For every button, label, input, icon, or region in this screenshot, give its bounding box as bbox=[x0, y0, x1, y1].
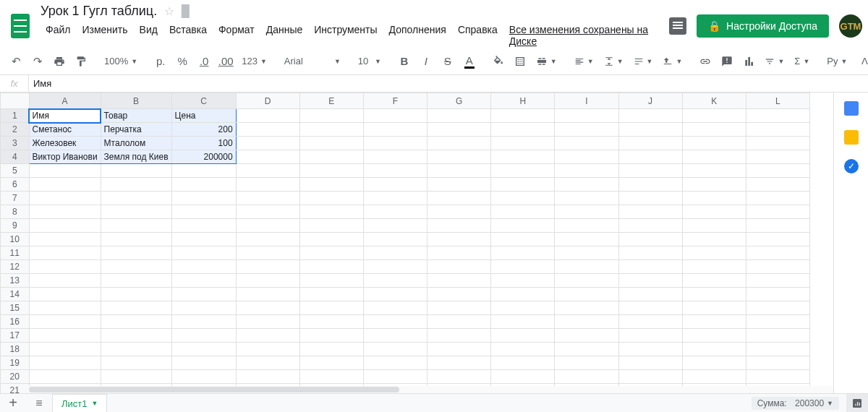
cell[interactable] bbox=[363, 246, 427, 260]
decrease-decimal-button[interactable]: .0 bbox=[194, 52, 214, 71]
cell[interactable] bbox=[236, 137, 299, 150]
cell[interactable] bbox=[101, 205, 171, 219]
cell[interactable] bbox=[682, 109, 746, 123]
row-header[interactable]: 2 bbox=[1, 123, 30, 137]
row-header[interactable]: 9 bbox=[1, 219, 30, 233]
menu-file[interactable]: Файл bbox=[41, 21, 75, 50]
cell[interactable] bbox=[746, 178, 809, 192]
cell[interactable] bbox=[236, 356, 299, 370]
cell[interactable] bbox=[491, 178, 555, 192]
menu-insert[interactable]: Вставка bbox=[164, 21, 212, 50]
col-header[interactable]: A bbox=[29, 93, 101, 109]
cell[interactable] bbox=[236, 370, 299, 384]
cell[interactable] bbox=[618, 164, 682, 178]
cell[interactable] bbox=[746, 233, 809, 246]
cell[interactable] bbox=[746, 164, 809, 178]
cell[interactable] bbox=[171, 219, 236, 233]
cell[interactable] bbox=[29, 301, 101, 315]
cell[interactable] bbox=[29, 329, 101, 343]
cell[interactable] bbox=[491, 109, 555, 123]
cell[interactable] bbox=[491, 260, 555, 274]
cell[interactable]: Цена bbox=[171, 109, 236, 123]
number-format-select[interactable]: 123▼ bbox=[237, 52, 271, 71]
col-header[interactable]: C bbox=[171, 93, 236, 109]
cell[interactable] bbox=[555, 233, 618, 246]
cell[interactable] bbox=[363, 178, 427, 192]
percent-button[interactable]: % bbox=[172, 52, 192, 71]
cell[interactable] bbox=[171, 370, 236, 384]
cell[interactable] bbox=[29, 288, 101, 301]
cell[interactable] bbox=[427, 109, 491, 123]
cell[interactable] bbox=[101, 178, 171, 192]
select-all-corner[interactable] bbox=[1, 93, 30, 109]
add-sheet-button[interactable]: + bbox=[0, 395, 26, 411]
cell[interactable] bbox=[299, 288, 363, 301]
cell[interactable] bbox=[491, 123, 555, 137]
comments-icon[interactable] bbox=[669, 17, 686, 35]
cell[interactable] bbox=[491, 370, 555, 384]
cell[interactable] bbox=[555, 343, 618, 356]
cell[interactable] bbox=[29, 315, 101, 329]
cell[interactable] bbox=[491, 288, 555, 301]
cell[interactable] bbox=[236, 123, 299, 137]
cell[interactable] bbox=[427, 370, 491, 384]
cell[interactable] bbox=[746, 288, 809, 301]
cell[interactable] bbox=[427, 329, 491, 343]
cell[interactable] bbox=[363, 356, 427, 370]
cell[interactable]: Товар bbox=[101, 109, 171, 123]
row-header[interactable]: 16 bbox=[1, 315, 30, 329]
cell[interactable] bbox=[171, 301, 236, 315]
cell[interactable] bbox=[427, 164, 491, 178]
cell[interactable] bbox=[618, 219, 682, 233]
menu-data[interactable]: Данные bbox=[261, 21, 308, 50]
zoom-select[interactable]: 100%▼ bbox=[100, 52, 142, 71]
col-header[interactable]: J bbox=[618, 93, 682, 109]
cell[interactable] bbox=[236, 233, 299, 246]
row-header[interactable]: 20 bbox=[1, 370, 30, 384]
cell[interactable] bbox=[299, 343, 363, 356]
cell[interactable] bbox=[555, 178, 618, 192]
cell[interactable] bbox=[491, 356, 555, 370]
cell[interactable] bbox=[682, 150, 746, 164]
cell[interactable] bbox=[618, 109, 682, 123]
cell[interactable] bbox=[491, 274, 555, 288]
col-header[interactable]: H bbox=[491, 93, 555, 109]
cell[interactable] bbox=[427, 205, 491, 219]
cell[interactable] bbox=[491, 219, 555, 233]
cell[interactable] bbox=[746, 219, 809, 233]
cell[interactable] bbox=[555, 301, 618, 315]
cell[interactable] bbox=[427, 192, 491, 205]
bold-button[interactable]: B bbox=[394, 52, 414, 71]
cell[interactable] bbox=[236, 164, 299, 178]
cell[interactable] bbox=[555, 137, 618, 150]
cell[interactable] bbox=[236, 192, 299, 205]
cell[interactable] bbox=[491, 246, 555, 260]
row-header[interactable]: 4 bbox=[1, 150, 30, 164]
cell[interactable] bbox=[29, 246, 101, 260]
cell[interactable] bbox=[101, 288, 171, 301]
cell[interactable] bbox=[682, 343, 746, 356]
cell[interactable] bbox=[555, 192, 618, 205]
strikethrough-button[interactable]: S bbox=[438, 52, 458, 71]
cell[interactable] bbox=[299, 150, 363, 164]
cell[interactable] bbox=[555, 123, 618, 137]
menu-tools[interactable]: Инструменты bbox=[309, 21, 382, 50]
cell[interactable] bbox=[101, 370, 171, 384]
cell[interactable] bbox=[746, 246, 809, 260]
cell[interactable] bbox=[236, 205, 299, 219]
cell[interactable] bbox=[171, 233, 236, 246]
cell[interactable] bbox=[363, 329, 427, 343]
cell[interactable] bbox=[682, 123, 746, 137]
cell[interactable] bbox=[171, 329, 236, 343]
cell[interactable] bbox=[363, 150, 427, 164]
all-sheets-button[interactable]: ≡ bbox=[26, 397, 52, 410]
cell[interactable] bbox=[171, 343, 236, 356]
cell[interactable] bbox=[618, 123, 682, 137]
cell[interactable] bbox=[363, 301, 427, 315]
cell[interactable] bbox=[29, 205, 101, 219]
col-header[interactable]: G bbox=[427, 93, 491, 109]
cell[interactable] bbox=[682, 219, 746, 233]
row-header[interactable]: 7 bbox=[1, 192, 30, 205]
col-header[interactable]: F bbox=[363, 93, 427, 109]
cell[interactable] bbox=[299, 260, 363, 274]
